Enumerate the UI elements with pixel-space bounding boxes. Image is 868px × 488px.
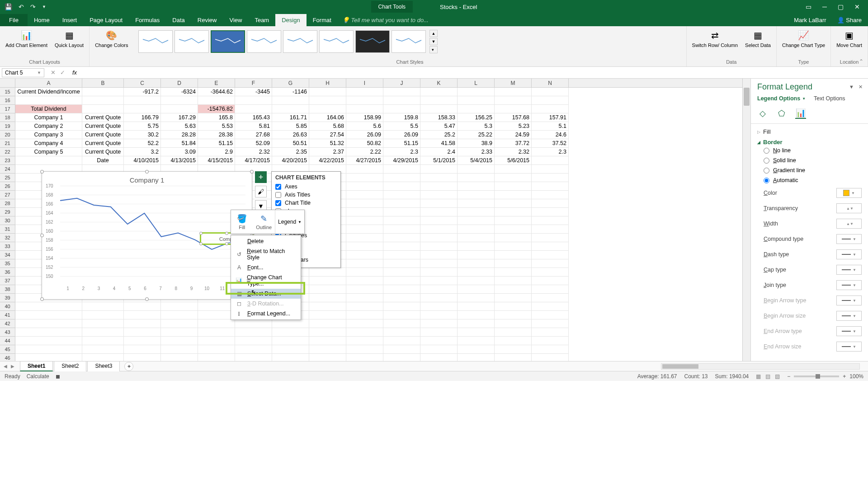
cell[interactable]	[458, 199, 495, 208]
checkbox[interactable]	[275, 192, 281, 198]
cell[interactable]	[420, 268, 458, 277]
cell[interactable]: 166.79	[124, 113, 161, 122]
cell[interactable]	[420, 191, 458, 199]
cell[interactable]	[235, 354, 272, 361]
cell[interactable]	[82, 337, 124, 345]
cell[interactable]	[15, 345, 82, 354]
cell[interactable]: -3445	[235, 88, 272, 96]
cell[interactable]: 2.32	[235, 148, 272, 156]
cell[interactable]	[532, 156, 569, 165]
cell[interactable]	[161, 337, 198, 345]
cell[interactable]: Current Quote	[82, 148, 124, 156]
cell[interactable]	[124, 311, 161, 319]
prop-control[interactable]: ▼	[836, 188, 862, 198]
cell[interactable]	[383, 311, 420, 319]
cell[interactable]: 5/4/2015	[458, 156, 495, 165]
cell[interactable]: 3.09	[161, 148, 198, 156]
cell[interactable]: 5/6/2015	[495, 156, 532, 165]
cell[interactable]	[272, 337, 309, 345]
cell[interactable]	[82, 105, 124, 113]
cell[interactable]	[309, 354, 346, 361]
cell[interactable]	[346, 268, 383, 277]
cell[interactable]	[383, 285, 420, 294]
cell[interactable]	[383, 165, 420, 174]
cell[interactable]: 4/22/2015	[309, 156, 346, 165]
gallery-down-icon[interactable]: ▼	[429, 38, 438, 45]
cell[interactable]	[346, 277, 383, 285]
cell[interactable]	[458, 294, 495, 302]
cell[interactable]	[495, 294, 532, 302]
border-section-header[interactable]: ◢Border	[757, 139, 862, 145]
row-header[interactable]: 24	[0, 165, 15, 174]
cell[interactable]	[420, 319, 458, 328]
column-header[interactable]: N	[532, 79, 569, 87]
border-radio-option[interactable]: No line	[757, 145, 862, 155]
cell[interactable]	[272, 345, 309, 354]
cell[interactable]	[532, 337, 569, 345]
cell[interactable]	[458, 268, 495, 277]
tab-review[interactable]: Review	[191, 14, 223, 26]
cell[interactable]: 38.9	[458, 139, 495, 148]
cell[interactable]	[458, 208, 495, 216]
column-header[interactable]: H	[309, 79, 346, 87]
cell[interactable]	[309, 337, 346, 345]
row-header[interactable]: 45	[0, 345, 15, 354]
cell[interactable]: 2.33	[458, 148, 495, 156]
minimize-icon[interactable]: ─	[822, 3, 827, 10]
cell[interactable]	[383, 225, 420, 234]
radio[interactable]	[764, 148, 769, 154]
cell[interactable]: 4/15/2015	[198, 156, 235, 165]
tab-view[interactable]: View	[223, 14, 248, 26]
cell[interactable]	[161, 302, 198, 311]
row-header[interactable]: 21	[0, 139, 15, 148]
cell[interactable]: 5.53	[198, 122, 235, 131]
selection-handle[interactable]	[40, 170, 44, 174]
cell[interactable]: 4/17/2015	[235, 156, 272, 165]
cell[interactable]	[532, 294, 569, 302]
cell[interactable]	[495, 277, 532, 285]
cell[interactable]: Current Dividend/Income	[15, 88, 82, 96]
cell[interactable]	[495, 302, 532, 311]
cell[interactable]	[161, 96, 198, 105]
chart-style-1[interactable]	[138, 30, 173, 53]
cell[interactable]: 4/20/2015	[272, 156, 309, 165]
cell[interactable]: 5.6	[346, 122, 383, 131]
vertical-scrollbar[interactable]	[742, 79, 750, 361]
cell[interactable]	[458, 88, 495, 96]
cell[interactable]	[458, 285, 495, 294]
chart-style-3[interactable]	[211, 30, 245, 53]
mini-outline-button[interactable]: ✎ Outline	[253, 210, 275, 234]
cell[interactable]	[198, 337, 235, 345]
cell[interactable]	[198, 328, 235, 337]
gallery-more-icon[interactable]: ▾	[429, 46, 438, 53]
share-button[interactable]: 👤 Share	[831, 14, 868, 26]
tab-data[interactable]: Data	[166, 14, 191, 26]
cell[interactable]	[346, 165, 383, 174]
column-header[interactable]: I	[346, 79, 383, 87]
selection-handle[interactable]	[250, 170, 254, 174]
sheet-tab[interactable]: Sheet3	[87, 361, 120, 371]
row-header[interactable]: 44	[0, 337, 15, 345]
cell[interactable]: 26.09	[346, 131, 383, 139]
cell[interactable]: Company 3	[15, 131, 82, 139]
cell[interactable]	[495, 234, 532, 242]
cell[interactable]: 165.43	[235, 113, 272, 122]
pane-dropdown-icon[interactable]: ▼	[849, 84, 854, 90]
cell[interactable]	[458, 277, 495, 285]
cell[interactable]	[383, 302, 420, 311]
add-sheet-button[interactable]: +	[124, 362, 133, 371]
macro-record-icon[interactable]: ◼	[56, 373, 60, 380]
cell[interactable]	[309, 88, 346, 96]
tab-design[interactable]: Design	[275, 14, 306, 26]
ribbon-display-icon[interactable]: ▭	[806, 3, 811, 10]
cell[interactable]: 4/27/2015	[346, 156, 383, 165]
cell[interactable]	[383, 216, 420, 225]
cell[interactable]	[198, 311, 235, 319]
row-header[interactable]: 27	[0, 191, 15, 199]
cell[interactable]	[124, 328, 161, 337]
cell[interactable]: 157.68	[495, 113, 532, 122]
cell[interactable]	[420, 96, 458, 105]
cell[interactable]	[532, 319, 569, 328]
row-header[interactable]: 46	[0, 354, 15, 361]
cell[interactable]	[124, 345, 161, 354]
